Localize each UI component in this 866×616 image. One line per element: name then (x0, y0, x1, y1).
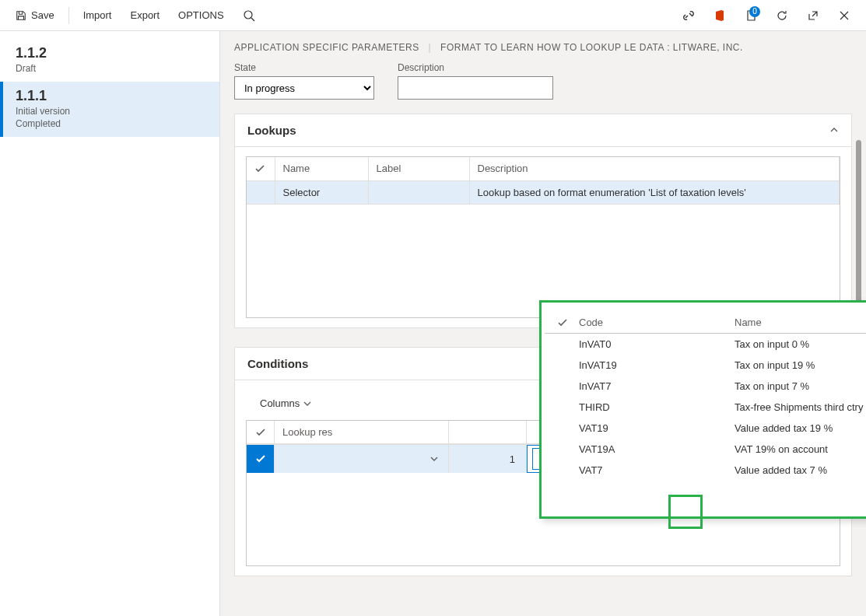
popup-item[interactable]: InVAT7Tax on input 7 % (545, 376, 866, 397)
options-label: OPTIONS (178, 9, 224, 21)
office-icon (713, 9, 726, 22)
highlight-box (668, 495, 703, 529)
lookup-result-dropdown[interactable] (275, 445, 449, 473)
app-toolbar: Save Import Export OPTIONS 0 (0, 0, 866, 31)
link-icon (682, 9, 695, 22)
version-status: Draft (16, 63, 204, 74)
lookups-row[interactable]: Selector Lookup based on format enumerat… (247, 180, 840, 204)
popup-item[interactable]: InVAT0Tax on input 0 % (545, 334, 866, 355)
close-icon (839, 10, 850, 21)
line-number-value: 1 (510, 453, 515, 465)
description-label: Description (398, 62, 553, 73)
popup-item[interactable]: InVAT19Tax on input 19 % (545, 355, 866, 376)
search-button[interactable] (235, 2, 263, 30)
svg-line-1 (251, 18, 254, 21)
notifications-button[interactable]: 0 (737, 2, 765, 30)
office-button[interactable] (706, 2, 734, 30)
state-select[interactable]: In progress (234, 76, 374, 100)
cell-name: Selector (275, 180, 368, 204)
breadcrumb: APPLICATION SPECIFIC PARAMETERS | FORMAT… (234, 42, 852, 53)
grid-header-line[interactable] (449, 421, 527, 444)
version-sidebar: 1.1.2 Draft 1.1.1 Initial version Comple… (0, 31, 220, 616)
columns-button[interactable]: Columns (254, 394, 318, 412)
cell-desc: Lookup based on format enumeration 'List… (469, 180, 840, 204)
close-button[interactable] (830, 2, 858, 30)
popup-item[interactable]: VAT7Value added tax 7 % (545, 460, 866, 481)
refresh-button[interactable] (768, 2, 796, 30)
description-input[interactable] (398, 76, 553, 100)
conditions-title: Conditions (247, 357, 308, 370)
version-label: Initial version (16, 106, 204, 117)
check-icon (254, 163, 267, 174)
link-button[interactable] (675, 2, 703, 30)
refresh-icon (776, 9, 788, 22)
cell-label (368, 180, 469, 204)
popup-header-name[interactable]: Name (735, 317, 866, 328)
save-button[interactable]: Save (8, 5, 62, 26)
breadcrumb-separator: | (429, 42, 432, 53)
chevron-down-icon (429, 454, 439, 464)
version-number: 1.1.1 (16, 88, 204, 104)
check-icon (557, 317, 579, 328)
popout-icon (807, 9, 819, 22)
check-icon (255, 427, 266, 438)
breadcrumb-part: APPLICATION SPECIFIC PARAMETERS (234, 42, 419, 53)
save-label: Save (31, 9, 54, 21)
options-button[interactable]: OPTIONS (170, 5, 232, 26)
lookups-title: Lookups (247, 124, 296, 137)
popup-item[interactable]: VAT19AVAT 19% on account (545, 439, 866, 460)
state-field: State In progress (234, 62, 374, 100)
version-item-selected[interactable]: 1.1.1 Initial version Completed (0, 82, 219, 137)
import-label: Import (83, 9, 112, 21)
check-icon (255, 453, 266, 464)
version-status: Completed (16, 118, 204, 129)
collapse-icon[interactable] (829, 126, 839, 135)
columns-label: Columns (260, 397, 300, 409)
grid-header-name[interactable]: Name (275, 157, 368, 180)
grid-check-header[interactable] (247, 421, 275, 444)
popout-button[interactable] (799, 2, 827, 30)
state-label: State (234, 62, 374, 73)
import-button[interactable]: Import (75, 5, 120, 26)
grid-header-label[interactable]: Label (368, 157, 469, 180)
toolbar-separator (68, 7, 69, 24)
version-item[interactable]: 1.1.2 Draft (0, 39, 219, 82)
version-number: 1.1.2 (16, 45, 204, 61)
save-icon (16, 10, 26, 21)
grid-header-desc[interactable]: Description (469, 157, 840, 180)
breadcrumb-part: FORMAT TO LEARN HOW TO LOOKUP LE DATA : … (440, 42, 743, 53)
code-dropdown-popup: Code Name InVAT0Tax on input 0 % InVAT19… (539, 300, 866, 519)
export-label: Export (130, 9, 160, 21)
row-selected-checkbox[interactable] (247, 445, 275, 473)
svg-point-0 (244, 11, 252, 19)
lookups-grid: Name Label Description Selector Lookup b… (247, 157, 840, 205)
export-button[interactable]: Export (122, 5, 167, 26)
line-number-cell: 1 (449, 445, 527, 473)
grid-header-lookup[interactable]: Lookup res (275, 421, 449, 444)
search-icon (243, 9, 255, 22)
notifications-badge: 0 (749, 6, 760, 17)
chevron-down-icon (303, 399, 312, 408)
popup-header-code[interactable]: Code (579, 317, 735, 328)
popup-item[interactable]: THIRDTax-free Shipments third ctry (545, 397, 866, 418)
description-field: Description (398, 62, 553, 100)
main-panel: APPLICATION SPECIFIC PARAMETERS | FORMAT… (220, 31, 866, 616)
grid-check-header[interactable] (247, 157, 275, 180)
lookups-card: Lookups Name (234, 114, 852, 328)
popup-item[interactable]: VAT19Value added tax 19 % (545, 418, 866, 439)
notifications-icon: 0 (745, 9, 757, 22)
